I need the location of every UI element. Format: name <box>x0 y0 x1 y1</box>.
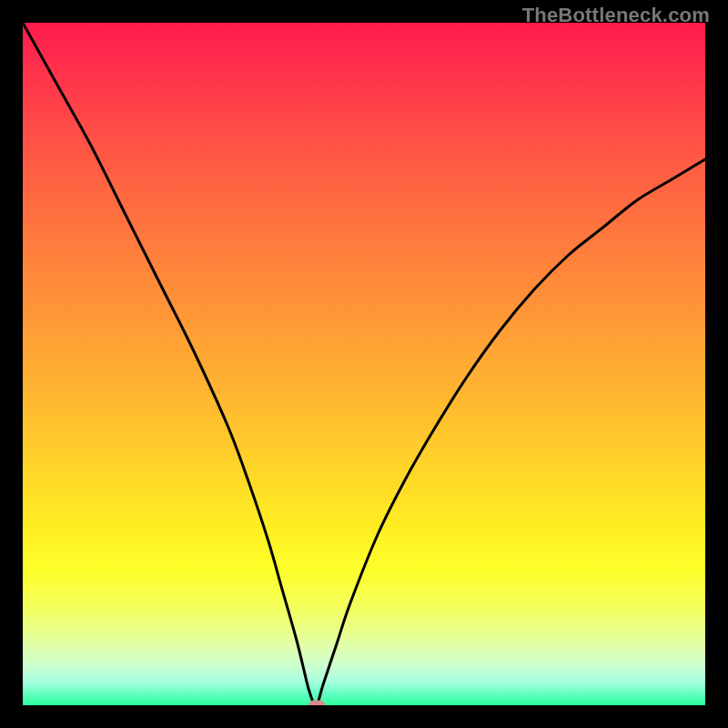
optimum-marker <box>308 701 325 706</box>
bottleneck-curve <box>23 23 705 705</box>
curve-svg <box>23 23 705 705</box>
chart-frame: TheBottleneck.com <box>0 0 728 728</box>
plot-area <box>23 23 705 705</box>
